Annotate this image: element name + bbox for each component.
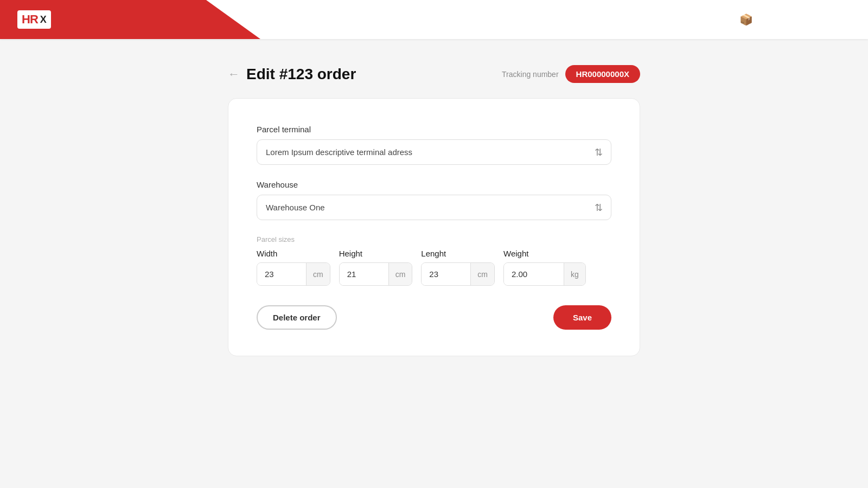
header: HR X 📦 Orders Settings	[0, 0, 868, 39]
warehouse-select-wrapper: Warehouse One ⇅	[257, 195, 611, 220]
length-label: Lenght	[421, 249, 495, 258]
length-field-group: Lenght cm	[421, 249, 495, 286]
settings-button[interactable]: Settings	[795, 11, 851, 29]
length-input[interactable]	[422, 263, 470, 285]
page-header: ← Edit #123 order Tracking number HR0000…	[228, 65, 640, 83]
tracking-label: Tracking number	[502, 70, 559, 79]
weight-input[interactable]	[504, 263, 564, 285]
form-card: Parcel terminal Lorem Ipsum descriptive …	[228, 98, 640, 356]
weight-field-group: Weight kg	[503, 249, 586, 286]
weight-unit: kg	[564, 263, 585, 285]
parcel-terminal-section: Parcel terminal Lorem Ipsum descriptive …	[257, 125, 611, 165]
width-input[interactable]	[257, 263, 306, 285]
logo-area: HR X	[17, 10, 51, 29]
weight-label: Weight	[503, 249, 586, 258]
page-content: ← Edit #123 order Tracking number HR0000…	[0, 39, 868, 382]
logo-hr: HR	[22, 12, 38, 27]
height-field-group: Height cm	[339, 249, 413, 286]
parcel-sizes-label: Parcel sizes	[257, 235, 611, 243]
back-button[interactable]: ←	[228, 68, 240, 80]
width-label: Width	[257, 249, 330, 258]
logo-x: X	[40, 14, 47, 25]
width-unit: cm	[306, 263, 330, 285]
width-field-group: Width cm	[257, 249, 330, 286]
length-unit: cm	[470, 263, 494, 285]
parcel-terminal-select[interactable]: Lorem Ipsum descriptive terminal adress	[257, 139, 611, 165]
form-actions: Delete order Save	[257, 305, 611, 330]
orders-nav-label: Orders	[757, 15, 786, 24]
delete-order-button[interactable]: Delete order	[257, 305, 337, 330]
page-title-area: ← Edit #123 order	[228, 66, 356, 83]
box-icon: 📦	[739, 13, 753, 26]
tracking-number-badge: HR00000000X	[565, 65, 640, 83]
logo-box: HR X	[17, 10, 51, 29]
parcel-sizes-section: Parcel sizes Width cm Height cm	[257, 235, 611, 286]
weight-input-wrapper: kg	[503, 262, 586, 286]
page-title: Edit #123 order	[246, 66, 356, 83]
orders-nav-item[interactable]: 📦 Orders	[739, 13, 786, 26]
height-unit: cm	[388, 263, 412, 285]
height-input-wrapper: cm	[339, 262, 413, 286]
width-input-wrapper: cm	[257, 262, 330, 286]
warehouse-section: Warehouse Warehouse One ⇅	[257, 180, 611, 220]
parcel-terminal-label: Parcel terminal	[257, 125, 611, 134]
save-button[interactable]: Save	[553, 305, 611, 330]
warehouse-select[interactable]: Warehouse One	[257, 195, 611, 220]
length-input-wrapper: cm	[421, 262, 495, 286]
tracking-area: Tracking number HR00000000X	[502, 65, 640, 83]
height-label: Height	[339, 249, 413, 258]
parcel-fields-row: Width cm Height cm Lenght	[257, 249, 611, 286]
height-input[interactable]	[340, 263, 388, 285]
warehouse-label: Warehouse	[257, 180, 611, 189]
parcel-terminal-select-wrapper: Lorem Ipsum descriptive terminal adress …	[257, 139, 611, 165]
header-nav: 📦 Orders Settings	[739, 11, 851, 29]
